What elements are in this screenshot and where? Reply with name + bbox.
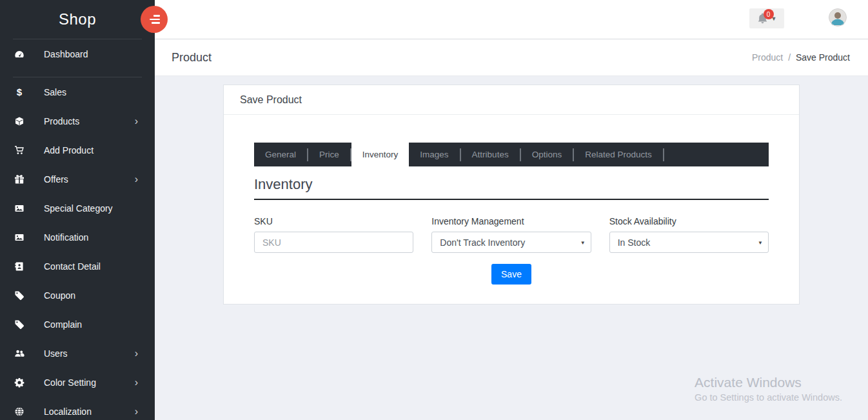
save-product-card: Save Product General Price Inventory Ima… <box>223 85 800 305</box>
breadcrumb-current: Save Product <box>796 52 850 63</box>
stock-availability-select[interactable]: In Stock ▼ <box>609 232 769 253</box>
sidebar-item-complain[interactable]: Complain <box>0 310 155 339</box>
chevron-right-icon: › <box>135 377 138 388</box>
cart-plus-icon <box>14 145 25 155</box>
tag-icon <box>14 319 25 330</box>
sidebar-item-dashboard[interactable]: Dashboard <box>0 39 155 68</box>
product-tabs: General Price Inventory Images Attribute… <box>254 143 769 166</box>
users-icon <box>14 348 25 359</box>
tab-separator <box>663 148 664 161</box>
select-caret-icon: ▼ <box>580 239 586 245</box>
gear-icon <box>14 377 25 388</box>
inventory-management-field-group: Inventory Management Don't Track Invento… <box>431 216 591 253</box>
tab-related-products[interactable]: Related Products <box>574 143 663 166</box>
menu-bars-icon <box>152 22 160 24</box>
sku-label: SKU <box>254 216 413 226</box>
globe-icon <box>14 406 25 417</box>
gift-icon <box>14 174 25 185</box>
stock-availability-field-group: Stock Availability In Stock ▼ <box>609 216 769 253</box>
tab-inventory[interactable]: Inventory <box>351 143 409 166</box>
section-title: Inventory <box>254 176 769 200</box>
sidebar-item-label: Dashboard <box>44 49 141 59</box>
dollar-icon: $ <box>14 87 25 97</box>
select-caret-icon: ▼ <box>758 239 763 245</box>
page-title: Product <box>172 51 212 65</box>
chevron-right-icon: › <box>135 174 138 185</box>
card-body: General Price Inventory Images Attribute… <box>224 115 799 285</box>
sidebar-item-label: Coupon <box>44 290 141 301</box>
watermark-line1: Activate Windows <box>695 375 842 390</box>
stock-availability-value: In Stock <box>618 237 651 248</box>
card-title: Save Product <box>224 85 799 115</box>
inventory-management-value: Don't Track Inventory <box>440 237 525 248</box>
inventory-management-label: Inventory Management <box>431 216 591 226</box>
sidebar-item-label: Contact Detail <box>44 261 141 272</box>
sidebar-item-label: Products <box>44 116 135 126</box>
sidebar-item-label: Color Setting <box>44 377 135 388</box>
tag-icon <box>14 290 25 301</box>
cube-icon <box>14 116 25 126</box>
sidebar-item-localization[interactable]: Localization › <box>0 397 155 420</box>
watermark-line2: Go to Settings to activate Windows. <box>695 392 842 403</box>
breadcrumb-separator: / <box>788 52 791 63</box>
sidebar-item-label: Users <box>44 348 135 359</box>
topbar: 0 ▼ <box>155 0 868 39</box>
user-avatar[interactable] <box>829 8 847 26</box>
sidebar-item-special-category[interactable]: Special Category <box>0 194 155 223</box>
page-header-bar: Product Product / Save Product <box>155 39 868 76</box>
image-icon <box>14 232 25 243</box>
stock-availability-label: Stock Availability <box>609 216 769 226</box>
save-button[interactable]: Save <box>491 264 531 285</box>
chevron-right-icon: › <box>135 115 138 127</box>
activate-windows-watermark: Activate Windows Go to Settings to activ… <box>695 375 842 403</box>
tab-general[interactable]: General <box>254 143 307 166</box>
sidebar-toggle-button[interactable] <box>141 6 168 33</box>
sidebar-item-label: Notification <box>44 232 141 243</box>
sidebar-item-products[interactable]: Products › <box>0 106 155 135</box>
sidebar-item-add-product[interactable]: Add Product <box>0 135 155 165</box>
inventory-management-select[interactable]: Don't Track Inventory ▼ <box>431 232 591 253</box>
breadcrumb: Product / Save Product <box>752 52 850 63</box>
sidebar-item-users[interactable]: Users › <box>0 339 155 368</box>
sidebar-item-coupon[interactable]: Coupon <box>0 281 155 310</box>
sidebar-item-notification[interactable]: Notification <box>0 223 155 252</box>
menu-bars-icon <box>153 15 160 17</box>
inventory-form: SKU Inventory Management Don't Track Inv… <box>254 216 769 253</box>
sidebar-item-label: Complain <box>44 319 141 330</box>
tab-images[interactable]: Images <box>409 143 459 166</box>
brand-title[interactable]: Shop <box>0 0 155 39</box>
sidebar-item-offers[interactable]: Offers › <box>0 165 155 194</box>
chevron-right-icon: › <box>135 348 138 359</box>
chevron-right-icon: › <box>135 406 138 417</box>
menu-bars-icon <box>150 19 160 21</box>
image-icon <box>14 203 25 214</box>
sidebar-item-label: Offers <box>44 174 135 185</box>
sidebar-item-label: Localization <box>44 406 135 417</box>
tab-price[interactable]: Price <box>308 143 350 166</box>
sidebar-item-contact-detail[interactable]: Contact Detail <box>0 252 155 281</box>
tachometer-icon <box>14 49 25 59</box>
sidebar-item-color-setting[interactable]: Color Setting › <box>0 368 155 397</box>
sidebar-item-sales[interactable]: $ Sales <box>0 77 155 106</box>
breadcrumb-parent-link[interactable]: Product <box>752 52 783 63</box>
notification-badge: 0 <box>764 9 774 19</box>
tab-attributes[interactable]: Attributes <box>461 143 520 166</box>
notifications-button[interactable]: 0 ▼ <box>749 8 784 28</box>
tab-options[interactable]: Options <box>521 143 573 166</box>
sidebar-item-label: Sales <box>44 87 141 97</box>
sidebar-item-label: Special Category <box>44 203 141 214</box>
sku-input[interactable] <box>254 232 413 253</box>
sku-field-group: SKU <box>254 216 413 253</box>
sidebar-item-label: Add Product <box>44 145 141 155</box>
sidebar: Shop Dashboard $ Sales Products › Add Pr… <box>0 0 155 420</box>
address-book-icon <box>14 261 25 272</box>
